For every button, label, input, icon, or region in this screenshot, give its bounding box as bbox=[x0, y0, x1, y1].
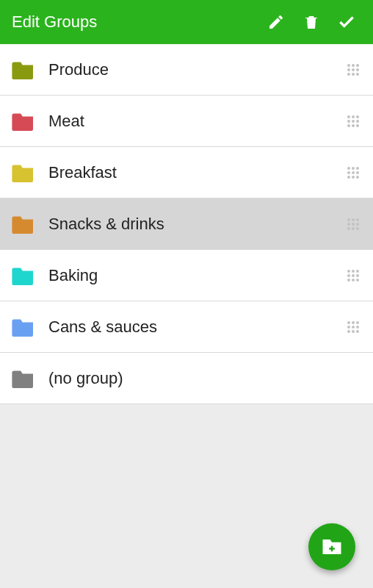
svg-point-44 bbox=[356, 279, 359, 282]
svg-point-42 bbox=[347, 279, 350, 282]
svg-point-8 bbox=[356, 73, 359, 76]
svg-point-5 bbox=[356, 68, 359, 71]
group-row[interactable]: Baking bbox=[0, 250, 373, 301]
svg-point-3 bbox=[347, 68, 350, 71]
svg-point-36 bbox=[347, 270, 350, 273]
group-label: Breakfast bbox=[48, 163, 344, 182]
drag-handle-icon[interactable] bbox=[344, 267, 361, 284]
svg-point-24 bbox=[347, 176, 350, 179]
svg-point-47 bbox=[356, 321, 359, 324]
svg-point-13 bbox=[352, 120, 355, 123]
drag-handle-icon[interactable] bbox=[344, 164, 361, 182]
folder-icon bbox=[12, 215, 35, 234]
svg-point-18 bbox=[347, 167, 350, 170]
svg-point-23 bbox=[356, 171, 359, 174]
svg-point-20 bbox=[356, 167, 359, 170]
svg-point-53 bbox=[356, 330, 359, 333]
svg-point-41 bbox=[356, 274, 359, 277]
svg-point-34 bbox=[352, 227, 355, 230]
svg-point-45 bbox=[347, 321, 350, 324]
svg-point-22 bbox=[352, 171, 355, 174]
svg-point-48 bbox=[347, 326, 350, 329]
svg-point-39 bbox=[347, 274, 350, 277]
svg-point-12 bbox=[347, 120, 350, 123]
group-label: Meat bbox=[48, 112, 344, 131]
svg-point-19 bbox=[352, 167, 355, 170]
svg-point-38 bbox=[356, 270, 359, 273]
appbar-title: Edit Groups bbox=[12, 12, 258, 32]
svg-point-14 bbox=[356, 120, 359, 123]
folder-icon bbox=[12, 369, 35, 388]
group-label: Produce bbox=[48, 60, 344, 79]
svg-point-29 bbox=[356, 218, 359, 221]
drag-handle-icon[interactable] bbox=[344, 61, 361, 79]
svg-point-37 bbox=[352, 270, 355, 273]
svg-point-50 bbox=[356, 326, 359, 329]
svg-point-46 bbox=[352, 321, 355, 324]
svg-point-35 bbox=[356, 227, 359, 230]
group-row[interactable]: Snacks & drinks bbox=[0, 198, 373, 250]
done-icon[interactable] bbox=[329, 4, 364, 40]
svg-point-51 bbox=[347, 330, 350, 333]
svg-point-16 bbox=[352, 124, 355, 127]
svg-point-27 bbox=[347, 218, 350, 221]
group-row[interactable]: Cans & sauces bbox=[0, 301, 373, 353]
drag-handle-icon[interactable] bbox=[344, 215, 361, 233]
delete-icon[interactable] bbox=[294, 4, 329, 40]
svg-point-9 bbox=[347, 115, 350, 118]
group-list: ProduceMeatBreakfastSnacks & drinksBakin… bbox=[0, 44, 373, 404]
svg-point-26 bbox=[356, 176, 359, 179]
svg-point-32 bbox=[356, 223, 359, 226]
svg-point-30 bbox=[347, 223, 350, 226]
add-group-fab[interactable] bbox=[308, 523, 355, 570]
svg-point-25 bbox=[352, 176, 355, 179]
group-label: Baking bbox=[48, 266, 344, 285]
svg-point-4 bbox=[352, 68, 355, 71]
svg-point-43 bbox=[352, 279, 355, 282]
svg-point-52 bbox=[352, 330, 355, 333]
svg-point-17 bbox=[356, 124, 359, 127]
group-label: (no group) bbox=[48, 369, 361, 388]
drag-handle-icon[interactable] bbox=[344, 112, 361, 130]
svg-point-2 bbox=[356, 64, 359, 67]
group-label: Cans & sauces bbox=[48, 318, 344, 337]
group-row[interactable]: Meat bbox=[0, 96, 373, 147]
svg-point-31 bbox=[352, 223, 355, 226]
appbar: Edit Groups bbox=[0, 0, 373, 44]
svg-point-0 bbox=[347, 64, 350, 67]
drag-handle-icon[interactable] bbox=[344, 318, 361, 336]
group-row[interactable]: Breakfast bbox=[0, 147, 373, 198]
svg-point-40 bbox=[352, 274, 355, 277]
svg-point-10 bbox=[352, 115, 355, 118]
svg-point-33 bbox=[347, 227, 350, 230]
group-row[interactable]: Produce bbox=[0, 44, 373, 96]
folder-icon bbox=[12, 112, 35, 131]
svg-point-6 bbox=[347, 73, 350, 76]
svg-point-11 bbox=[356, 115, 359, 118]
group-label: Snacks & drinks bbox=[48, 215, 344, 234]
svg-point-1 bbox=[352, 64, 355, 67]
folder-icon bbox=[12, 163, 35, 182]
svg-point-49 bbox=[352, 326, 355, 329]
svg-point-21 bbox=[347, 171, 350, 174]
add-folder-icon bbox=[321, 536, 343, 558]
svg-point-7 bbox=[352, 73, 355, 76]
group-row[interactable]: (no group) bbox=[0, 353, 373, 404]
folder-icon bbox=[12, 318, 35, 337]
svg-point-28 bbox=[352, 218, 355, 221]
folder-icon bbox=[12, 60, 35, 79]
svg-point-15 bbox=[347, 124, 350, 127]
edit-icon[interactable] bbox=[258, 4, 294, 40]
folder-icon bbox=[12, 266, 35, 285]
